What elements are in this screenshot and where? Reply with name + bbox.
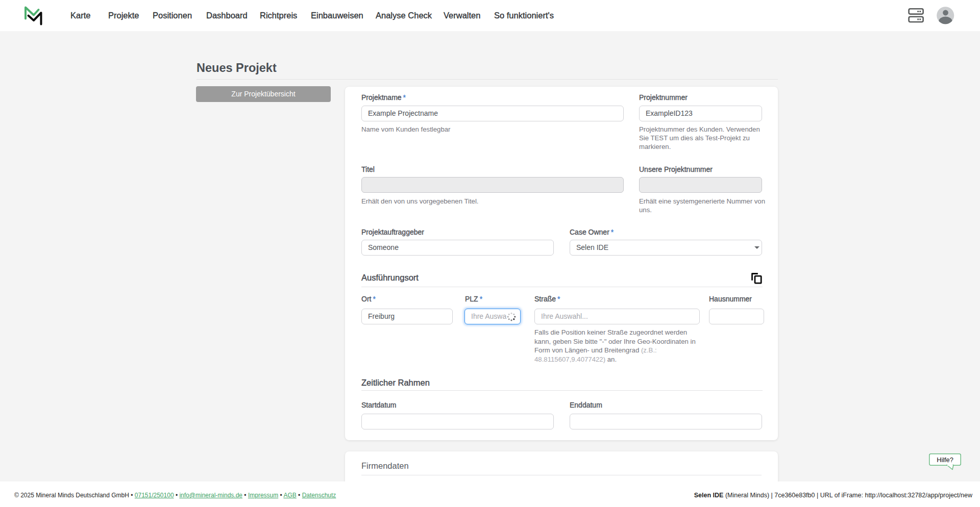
svg-text:Hilfe?: Hilfe? xyxy=(937,456,953,464)
